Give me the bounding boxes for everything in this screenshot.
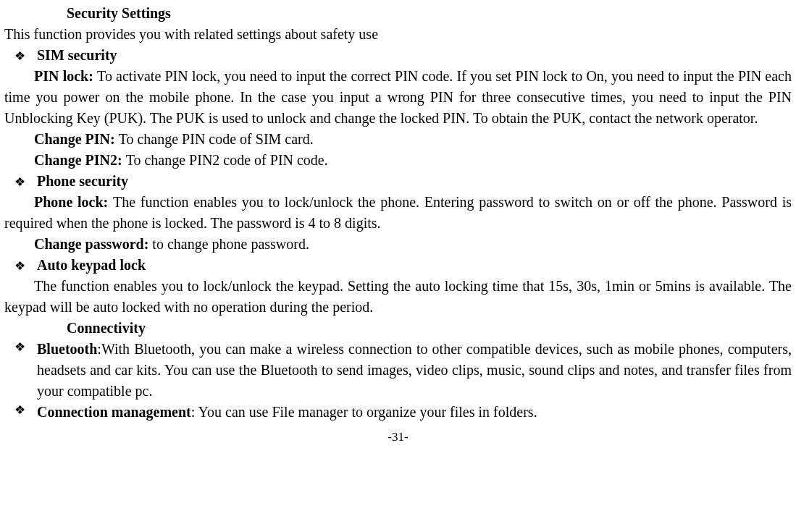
diamond-bullet-icon: ❖ bbox=[14, 48, 37, 66]
bullet-bluetooth: ❖ Bluetooth:With Bluetooth, you can make… bbox=[14, 339, 792, 402]
bullet-phone-security: ❖ Phone security bbox=[14, 171, 792, 192]
diamond-bullet-icon: ❖ bbox=[14, 339, 37, 357]
change-pin2-label: Change PIN2: bbox=[34, 152, 126, 168]
diamond-bullet-icon: ❖ bbox=[14, 174, 37, 192]
phone-lock-paragraph: Phone lock: The function enables you to … bbox=[4, 192, 792, 234]
pin-lock-paragraph: PIN lock: To activate PIN lock, you need… bbox=[4, 66, 792, 129]
auto-keypad-paragraph: The function enables you to lock/unlock … bbox=[4, 276, 792, 318]
bullet-label: SIM security bbox=[37, 45, 117, 66]
page-number: -31- bbox=[4, 428, 792, 447]
section-heading-connectivity: Connectivity bbox=[67, 318, 792, 339]
connection-mgmt-text: : You can use File manager to organize y… bbox=[191, 404, 537, 420]
change-password-text: to change phone password. bbox=[152, 236, 309, 252]
change-pin-paragraph: Change PIN: To change PIN code of SIM ca… bbox=[4, 129, 792, 150]
bluetooth-label: Bluetooth bbox=[37, 341, 97, 357]
bluetooth-paragraph: Bluetooth:With Bluetooth, you can make a… bbox=[37, 339, 792, 402]
bullet-sim-security: ❖ SIM security bbox=[14, 45, 792, 66]
phone-lock-text: The function enables you to lock/unlock … bbox=[4, 194, 792, 231]
phone-lock-label: Phone lock: bbox=[34, 194, 113, 210]
bullet-label: Auto keypad lock bbox=[37, 255, 146, 276]
change-password-label: Change password: bbox=[34, 236, 152, 252]
bullet-auto-keypad: ❖ Auto keypad lock bbox=[14, 255, 792, 276]
bullet-connection-management: ❖ Connection management: You can use Fil… bbox=[14, 402, 792, 423]
change-pin2-paragraph: Change PIN2: To change PIN2 code of PIN … bbox=[4, 150, 792, 171]
diamond-bullet-icon: ❖ bbox=[14, 258, 37, 276]
intro-paragraph: This function provides you with related … bbox=[4, 24, 792, 45]
bluetooth-text: :With Bluetooth, you can make a wireless… bbox=[37, 341, 792, 399]
bullet-label: Phone security bbox=[37, 171, 128, 192]
pin-lock-label: PIN lock: bbox=[34, 68, 97, 84]
pin-lock-text: To activate PIN lock, you need to input … bbox=[4, 68, 792, 126]
change-pin2-text: To change PIN2 code of PIN code. bbox=[126, 152, 328, 168]
auto-keypad-text: The function enables you to lock/unlock … bbox=[4, 278, 792, 315]
connection-mgmt-paragraph: Connection management: You can use File … bbox=[37, 402, 792, 423]
change-pin-label: Change PIN: bbox=[34, 131, 119, 147]
change-password-paragraph: Change password: to change phone passwor… bbox=[4, 234, 792, 255]
section-heading-security: Security Settings bbox=[67, 3, 792, 24]
change-pin-text: To change PIN code of SIM card. bbox=[119, 131, 314, 147]
connection-mgmt-label: Connection management bbox=[37, 404, 191, 420]
diamond-bullet-icon: ❖ bbox=[14, 402, 37, 420]
